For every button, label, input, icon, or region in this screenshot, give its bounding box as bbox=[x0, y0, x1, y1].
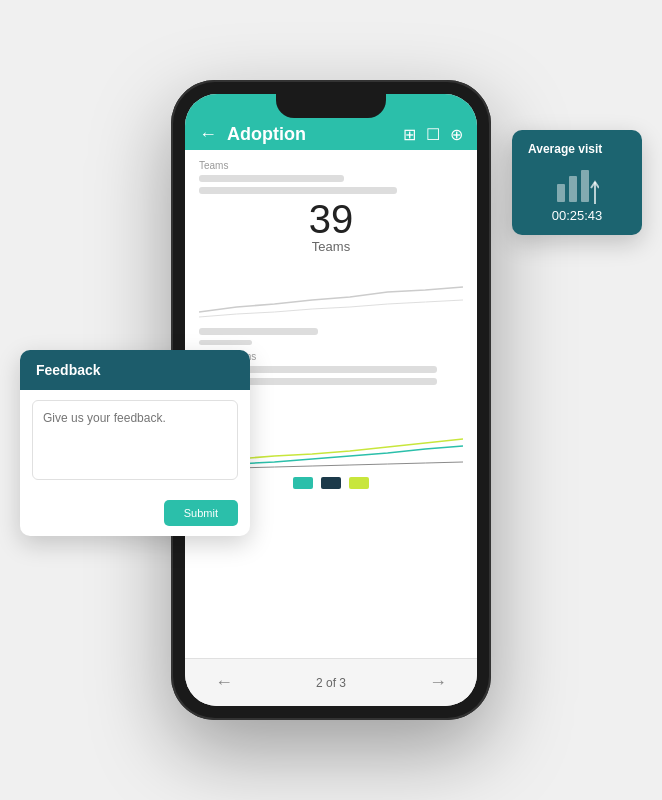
feedback-card: Feedback Submit bbox=[20, 350, 250, 536]
section-label: Teams bbox=[199, 160, 463, 171]
avg-card-time: 00:25:43 bbox=[528, 208, 626, 223]
skeleton-row-2 bbox=[199, 187, 463, 194]
grid-icon[interactable]: ⊞ bbox=[403, 125, 416, 144]
legend-dot-teal bbox=[293, 477, 313, 489]
scene: ← Adoption ⊞ ☐ ⊕ Teams bbox=[0, 0, 662, 800]
feedback-submit-row: Submit bbox=[20, 494, 250, 536]
feedback-card-header: Feedback bbox=[20, 350, 250, 390]
chart-icon bbox=[528, 166, 626, 204]
teams-sublabel: Teams bbox=[199, 239, 463, 254]
average-visit-card: Average visit 00:25:43 bbox=[512, 130, 642, 235]
globe-icon[interactable]: ⊕ bbox=[450, 125, 463, 144]
skeleton-row-3 bbox=[199, 328, 463, 335]
svg-rect-1 bbox=[569, 176, 577, 202]
prev-button[interactable]: ← bbox=[215, 672, 233, 693]
next-button[interactable]: → bbox=[429, 672, 447, 693]
skeleton-bar-3 bbox=[199, 328, 318, 335]
teams-number: 39 bbox=[199, 199, 463, 239]
skeleton-bar-4 bbox=[199, 340, 252, 345]
page-title: Adoption bbox=[227, 124, 403, 145]
back-button[interactable]: ← bbox=[199, 124, 217, 145]
page-indicator: 2 of 3 bbox=[316, 676, 346, 690]
bookmark-icon[interactable]: ☐ bbox=[426, 125, 440, 144]
svg-rect-0 bbox=[557, 184, 565, 202]
skeleton-row-4 bbox=[199, 340, 463, 345]
feedback-submit-button[interactable]: Submit bbox=[164, 500, 238, 526]
skeleton-row-1 bbox=[199, 175, 463, 182]
sparkline-svg bbox=[199, 262, 463, 322]
skeleton-bar-2 bbox=[199, 187, 397, 194]
feedback-body bbox=[20, 390, 250, 494]
bottom-navigation: ← 2 of 3 → bbox=[185, 658, 477, 706]
sparkline-chart bbox=[199, 262, 463, 322]
avg-card-title: Average visit bbox=[528, 142, 626, 156]
legend-dot-yellow bbox=[349, 477, 369, 489]
legend-dot-dark bbox=[321, 477, 341, 489]
avg-chart-svg bbox=[555, 166, 599, 204]
notch bbox=[276, 94, 386, 118]
svg-rect-2 bbox=[581, 170, 589, 202]
feedback-textarea[interactable] bbox=[32, 400, 238, 480]
skeleton-bar-1 bbox=[199, 175, 344, 182]
feedback-title: Feedback bbox=[36, 362, 234, 378]
header-icons: ⊞ ☐ ⊕ bbox=[403, 125, 463, 144]
